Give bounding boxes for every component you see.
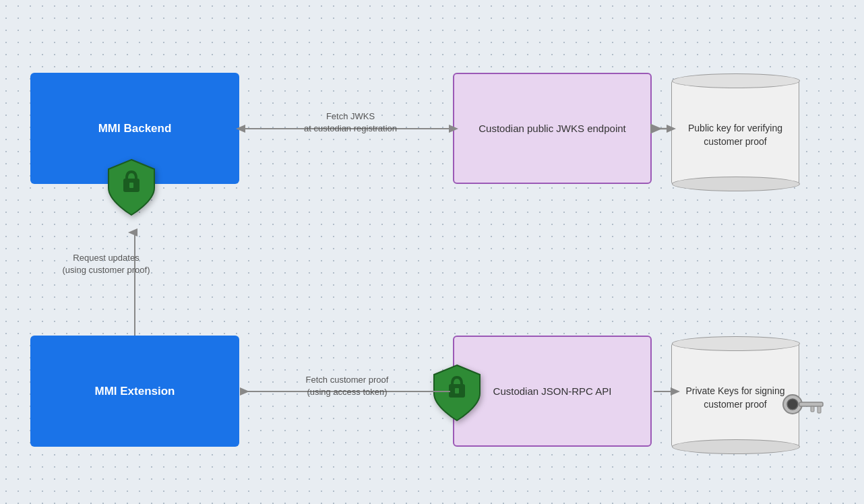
svg-point-5 [787,399,798,410]
svg-rect-3 [455,388,459,393]
svg-rect-7 [811,406,814,412]
custodian-rpc-shield [430,363,484,423]
svg-rect-6 [799,402,823,406]
svg-rect-1 [129,183,133,188]
mmi-backend-label: MMI Backend [98,122,172,135]
custodian-jwks-box: Custodian public JWKS endpoint [453,73,652,184]
key-icon [780,389,828,429]
custodian-jwks-label: Custodian public JWKS endpoint [479,123,625,134]
public-key-db: Public key for verifying customer proof [671,70,799,188]
diagram-container: MMI Backend MMI Extension Custodian publ… [0,0,864,504]
fetch-customer-proof-label: Fetch customer proof (using access token… [273,374,421,398]
private-key-label: Private Keys for signing customer proof [681,385,789,411]
custodian-rpc-label: Custodian JSON-RPC API [493,385,612,397]
mmi-backend-shield [104,157,158,218]
fetch-jwks-label: Fetch JWKS at custodian registration [283,111,418,135]
mmi-extension-label: MMI Extension [94,385,175,398]
public-key-label: Public key for verifying customer proof [681,122,789,148]
mmi-extension-box: MMI Extension [30,336,239,447]
svg-rect-8 [817,406,821,413]
request-updates-label: Request updates (using customer proof) [40,252,172,276]
